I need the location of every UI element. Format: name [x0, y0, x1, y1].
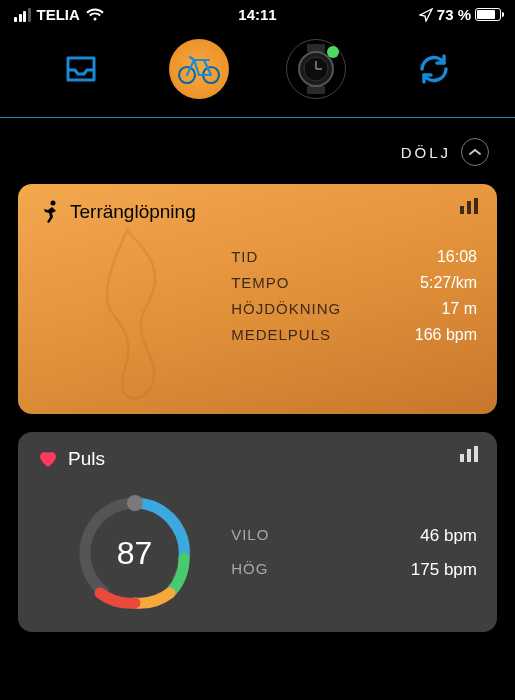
- nav-sync[interactable]: [404, 39, 464, 99]
- bar-chart-icon: [459, 446, 479, 462]
- heart-icon: [38, 450, 58, 468]
- pulse-header: Puls: [38, 448, 477, 470]
- pulse-high-value: 175 bpm: [411, 560, 477, 580]
- svg-rect-9: [460, 206, 464, 214]
- collapse-button[interactable]: [461, 138, 489, 166]
- runner-icon: [38, 200, 60, 224]
- nav-inbox[interactable]: [51, 39, 111, 99]
- bicycle-icon: [177, 54, 221, 84]
- pulse-chart-button[interactable]: [459, 446, 479, 466]
- pulse-current-value: 87: [117, 535, 153, 572]
- svg-rect-14: [474, 446, 478, 462]
- sync-icon: [416, 51, 452, 87]
- stat-pace-label: TEMPO: [231, 274, 289, 292]
- hide-row: DÖLJ: [0, 118, 515, 180]
- svg-rect-3: [307, 86, 325, 94]
- pulse-rest-value: 46 bpm: [420, 526, 477, 546]
- stat-pace-value: 5:27/km: [420, 274, 477, 292]
- activity-header: Terränglöpning: [38, 200, 477, 224]
- clock-label: 14:11: [238, 6, 276, 23]
- bar-chart-icon: [459, 198, 479, 214]
- stat-elev-value: 17 m: [441, 300, 477, 318]
- carrier-label: TELIA: [37, 6, 80, 23]
- svg-rect-2: [307, 44, 325, 52]
- route-outline-icon: [72, 222, 182, 412]
- activity-distance: 2,95 KILOMETER: [38, 248, 231, 414]
- battery-percent-label: 73 %: [437, 6, 471, 23]
- chevron-up-icon: [469, 148, 481, 156]
- nav-bike[interactable]: [169, 39, 229, 99]
- svg-rect-10: [467, 201, 471, 214]
- status-bar: TELIA 14:11 73 %: [0, 0, 515, 25]
- stat-avghr-value: 166 bpm: [415, 326, 477, 344]
- top-nav: [0, 25, 515, 118]
- wifi-icon: [86, 8, 104, 22]
- stat-avghr-label: MEDELPULS: [231, 326, 331, 344]
- svg-point-8: [51, 201, 56, 206]
- pulse-title: Puls: [68, 448, 105, 470]
- pulse-stats: VILO46 bpm HÖG175 bpm: [231, 526, 477, 580]
- pulse-rest-label: VILO: [231, 526, 269, 546]
- status-left: TELIA: [14, 6, 104, 23]
- activity-card[interactable]: Terränglöpning 2,95 KILOMETER TID16:08 T…: [18, 184, 497, 414]
- activity-stats: TID16:08 TEMPO5:27/km HÖJDÖKNING17 m MED…: [231, 248, 477, 414]
- hide-label: DÖLJ: [401, 144, 451, 161]
- nav-watch[interactable]: [286, 39, 346, 99]
- svg-rect-11: [474, 198, 478, 214]
- stat-time-value: 16:08: [437, 248, 477, 266]
- pulse-high-label: HÖG: [231, 560, 268, 580]
- battery-icon: [475, 8, 501, 21]
- svg-point-16: [127, 495, 143, 511]
- location-icon: [419, 8, 433, 22]
- status-right: 73 %: [419, 6, 501, 23]
- pulse-card[interactable]: Puls 87 VILO46 bpm HÖG175 bpm: [18, 432, 497, 632]
- stat-time-label: TID: [231, 248, 258, 266]
- inbox-icon: [66, 56, 96, 82]
- activity-chart-button[interactable]: [459, 198, 479, 218]
- cellular-signal-icon: [14, 8, 31, 22]
- svg-rect-13: [467, 449, 471, 462]
- stat-elev-label: HÖJDÖKNING: [231, 300, 341, 318]
- svg-rect-12: [460, 454, 464, 462]
- pulse-gauge: 87: [38, 488, 231, 618]
- activity-title: Terränglöpning: [70, 201, 196, 223]
